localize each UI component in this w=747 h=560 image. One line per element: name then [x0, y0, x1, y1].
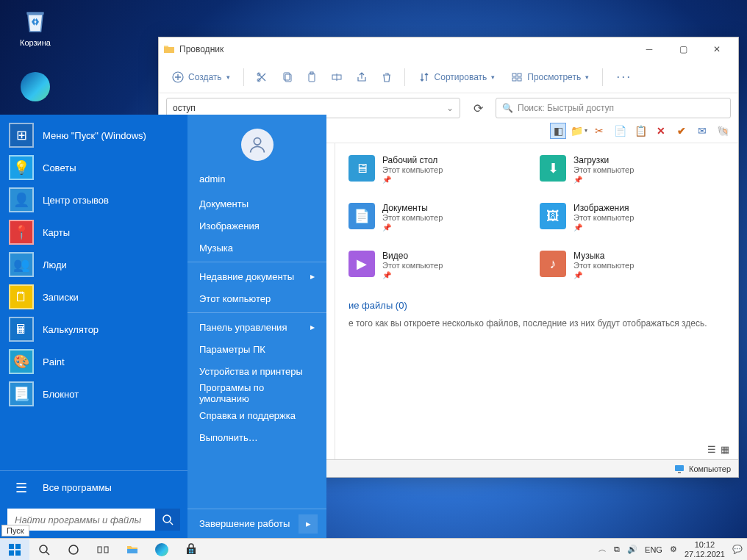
- cut-button[interactable]: [250, 65, 274, 89]
- start-right-item[interactable]: Выполнить…: [187, 426, 326, 448]
- quick-access-tile[interactable]: ♪ Музыка Этот компьютер 📌: [540, 251, 725, 279]
- all-programs-button[interactable]: ☰ Все программы: [0, 470, 187, 504]
- start-right-item[interactable]: Программы по умолчанию: [187, 382, 326, 404]
- start-right-item[interactable]: Устройства и принтеры: [187, 360, 326, 382]
- quick-access-tile[interactable]: 📄 Документы Этот компьютер 📌: [349, 203, 534, 231]
- start-button[interactable]: [0, 539, 29, 561]
- share-button[interactable]: [350, 65, 374, 89]
- start-right-label: Документы: [199, 198, 249, 209]
- start-app-paint[interactable]: 🎨Paint: [0, 345, 187, 378]
- copy-button-2[interactable]: 📄: [612, 123, 628, 139]
- cortana-button[interactable]: [59, 539, 88, 561]
- start-app-tips[interactable]: 💡Советы: [0, 151, 187, 184]
- shutdown-options-button[interactable]: ▸: [299, 514, 318, 534]
- rename-icon: [331, 71, 343, 83]
- quick-access-tile[interactable]: ▶ Видео Этот компьютер 📌: [349, 251, 534, 279]
- tray-clock[interactable]: 10:12 27.12.2021: [685, 540, 725, 558]
- svg-rect-12: [675, 465, 684, 471]
- start-right-item[interactable]: Документы: [187, 193, 326, 215]
- taskbar-edge[interactable]: [147, 539, 176, 561]
- desktop-icon-edge[interactable]: [9, 72, 62, 104]
- start-right-item[interactable]: Этот компьютер: [187, 287, 326, 309]
- new-button[interactable]: Создать ▾: [165, 65, 237, 89]
- notepad-icon: 📃: [9, 381, 34, 406]
- tray-volume-icon[interactable]: 🔊: [627, 545, 637, 554]
- copy-button[interactable]: [275, 65, 299, 89]
- maximize-button[interactable]: ▢: [666, 37, 700, 61]
- sort-button[interactable]: Сортировать ▾: [411, 65, 503, 89]
- tray-action-center-icon[interactable]: 💬: [732, 545, 743, 554]
- paste-button[interactable]: [300, 65, 324, 89]
- start-right-item[interactable]: Параметры ПК: [187, 338, 326, 360]
- minimize-button[interactable]: ─: [632, 37, 666, 61]
- tile-name: Изображения: [573, 203, 634, 213]
- delete-button-2[interactable]: ✕: [653, 123, 669, 139]
- clipboard-icon: [306, 71, 318, 83]
- more-button[interactable]: ···: [609, 65, 639, 89]
- search-box[interactable]: 🔍 Поиск: Быстрый доступ: [496, 98, 731, 118]
- start-search-input[interactable]: [7, 509, 155, 531]
- svg-rect-23: [104, 547, 108, 553]
- mail-button[interactable]: ✉: [694, 123, 710, 139]
- start-app-label: Меню "Пуск" (Windows): [43, 130, 146, 141]
- svg-rect-17: [15, 544, 21, 549]
- task-view-button[interactable]: [88, 539, 118, 561]
- quick-access-tile[interactable]: 🖼 Изображения Этот компьютер 📌: [540, 203, 725, 231]
- cut-button-2[interactable]: ✂: [591, 123, 607, 139]
- desktop-icon-recycle-bin[interactable]: Корзина: [9, 6, 62, 47]
- quick-access-tile[interactable]: ⬇ Загрузки Этот компьютер 📌: [540, 155, 725, 184]
- new-folder-dropdown[interactable]: 📁: [571, 123, 587, 139]
- svg-rect-25: [189, 549, 191, 551]
- refresh-button[interactable]: ⟳: [468, 98, 488, 118]
- start-search-button[interactable]: [155, 509, 180, 531]
- user-tile[interactable]: [187, 122, 326, 168]
- tile-name: Видео: [382, 251, 443, 261]
- chevron-down-icon[interactable]: ⌄: [446, 103, 454, 113]
- taskbar-explorer[interactable]: [118, 539, 147, 561]
- tray-meet-now-icon[interactable]: ⧉: [614, 545, 620, 554]
- close-button[interactable]: ✕: [700, 37, 734, 61]
- delete-button[interactable]: [375, 65, 398, 89]
- search-icon: [162, 514, 174, 525]
- start-right-item[interactable]: Панель управления: [187, 316, 326, 338]
- svg-rect-10: [512, 78, 516, 81]
- apply-button[interactable]: ✔: [673, 123, 690, 139]
- start-app-start[interactable]: ⊞Меню "Пуск" (Windows): [0, 119, 187, 151]
- separator: [187, 262, 326, 262]
- start-right-item[interactable]: Справка и поддержка: [187, 404, 326, 426]
- tray-settings-icon[interactable]: ⚙: [670, 545, 677, 554]
- start-app-notepad[interactable]: 📃Блокнот: [0, 378, 187, 410]
- start-app-feedback[interactable]: 👤Центр отзывов: [0, 184, 187, 216]
- start-menu-right: admin ДокументыИзображенияМузыкаНедавние…: [187, 115, 326, 538]
- tray-chevron-up[interactable]: ︿: [598, 544, 607, 555]
- details-view-button[interactable]: ☰: [707, 444, 716, 455]
- start-right-item[interactable]: Недавние документы: [187, 265, 326, 287]
- tray-date: 27.12.2021: [685, 550, 725, 559]
- start-app-people[interactable]: 👥Люди: [0, 248, 187, 281]
- list-icon: ☰: [9, 475, 34, 500]
- start-app-label: Карты: [43, 227, 70, 238]
- quick-access-tile[interactable]: 🖥 Рабочий стол Этот компьютер 📌: [349, 155, 534, 184]
- search-button[interactable]: [29, 539, 59, 561]
- documents-folder-icon: 📄: [349, 203, 375, 229]
- tray-language[interactable]: ENG: [645, 545, 662, 554]
- start-right-label: Справка и поддержка: [199, 410, 296, 421]
- window-title: Проводник: [179, 44, 224, 54]
- paste-button-2[interactable]: 📋: [632, 123, 648, 139]
- tiles-view-button[interactable]: ▦: [721, 444, 729, 455]
- start-right-item[interactable]: Изображения: [187, 215, 326, 237]
- start-right-item[interactable]: Музыка: [187, 237, 326, 259]
- start-right-label: Параметры ПК: [199, 344, 265, 355]
- start-user-name[interactable]: admin: [187, 168, 326, 190]
- pin-icon: 📌: [382, 271, 443, 279]
- taskbar-store[interactable]: [176, 539, 206, 561]
- preview-pane-button[interactable]: ◧: [550, 123, 566, 139]
- shell-button[interactable]: 🐚: [715, 123, 731, 139]
- rename-button[interactable]: [325, 65, 349, 89]
- start-app-calculator[interactable]: 🖩Калькулятор: [0, 313, 187, 345]
- titlebar[interactable]: Проводник ─ ▢ ✕: [159, 37, 738, 61]
- start-app-notes[interactable]: 🗒Записки: [0, 281, 187, 313]
- start-app-maps[interactable]: 📍Карты: [0, 216, 187, 248]
- shutdown-button[interactable]: Завершение работы ▸: [187, 509, 326, 538]
- view-button[interactable]: Просмотреть ▾: [504, 65, 596, 89]
